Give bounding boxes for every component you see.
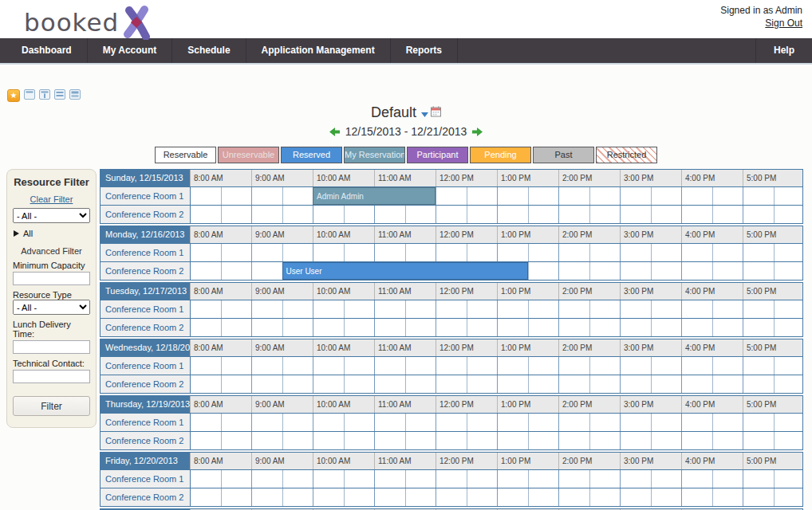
resource-group-select[interactable]: - All - [13, 208, 90, 223]
reservable-slot[interactable] [774, 262, 804, 280]
reservable-slot[interactable] [344, 414, 375, 431]
reservable-slot[interactable] [558, 470, 589, 488]
reservable-slot[interactable] [221, 262, 252, 280]
reservable-slot[interactable] [528, 244, 559, 261]
reservable-slot[interactable] [774, 300, 804, 318]
reservable-slot[interactable] [467, 414, 498, 431]
clear-filter-link[interactable]: Clear Filter [13, 194, 90, 204]
reservable-slot[interactable] [251, 300, 282, 318]
reservable-slot[interactable] [282, 375, 313, 393]
reservable-slot[interactable] [405, 488, 436, 506]
reservable-slot[interactable] [620, 375, 651, 393]
reservation-admin-admin[interactable]: Admin Admin [313, 187, 436, 205]
filter-button[interactable]: Filter [13, 396, 90, 416]
reservable-slot[interactable] [221, 414, 252, 431]
reservable-slot[interactable] [251, 375, 282, 393]
reservable-slot[interactable] [743, 488, 774, 506]
reservable-slot[interactable] [589, 300, 621, 318]
reservable-slot[interactable] [190, 262, 221, 280]
reservable-slot[interactable] [190, 375, 221, 393]
sign-out-link[interactable]: Sign Out [765, 18, 802, 29]
resource-link-conference-room-1[interactable]: Conference Room 1 [101, 414, 190, 431]
reservable-slot[interactable] [589, 206, 621, 223]
reservable-slot[interactable] [221, 375, 252, 393]
reservable-slot[interactable] [774, 414, 804, 431]
reservable-slot[interactable] [620, 244, 651, 261]
reservable-slot[interactable] [344, 488, 375, 506]
reservable-slot[interactable] [712, 432, 743, 449]
reservable-slot[interactable] [344, 206, 375, 223]
favorite-star-icon[interactable]: ★ [7, 89, 20, 102]
layout-standard-icon[interactable] [24, 88, 35, 103]
reservable-slot[interactable] [497, 300, 528, 318]
reservable-slot[interactable] [282, 357, 313, 375]
reservable-slot[interactable] [774, 488, 804, 506]
reservable-slot[interactable] [712, 187, 743, 205]
reservable-slot[interactable] [528, 187, 559, 205]
reservable-slot[interactable] [190, 206, 221, 223]
reservable-slot[interactable] [712, 488, 743, 506]
reservable-slot[interactable] [405, 206, 436, 223]
reservable-slot[interactable] [743, 357, 774, 375]
resource-link-conference-room-2[interactable]: Conference Room 2 [101, 432, 190, 449]
nav-item-application-management[interactable]: Application Management [246, 38, 391, 63]
reservable-slot[interactable] [712, 319, 743, 336]
reservable-slot[interactable] [712, 206, 743, 223]
reservable-slot[interactable] [528, 206, 559, 223]
reservable-slot[interactable] [558, 300, 589, 318]
next-week-arrow-icon[interactable] [472, 128, 483, 136]
reservable-slot[interactable] [681, 357, 712, 375]
reservable-slot[interactable] [467, 432, 498, 449]
nav-item-reports[interactable]: Reports [391, 38, 458, 63]
layout-vertical-icon[interactable] [39, 88, 50, 103]
reservable-slot[interactable] [374, 206, 405, 223]
reservable-slot[interactable] [743, 244, 774, 261]
reservable-slot[interactable] [774, 432, 804, 449]
reservable-slot[interactable] [190, 300, 221, 318]
reservable-slot[interactable] [589, 488, 621, 506]
resource-link-conference-room-1[interactable]: Conference Room 1 [101, 187, 190, 205]
reservable-slot[interactable] [681, 470, 712, 488]
reservable-slot[interactable] [313, 244, 344, 261]
app-logo[interactable]: booked [24, 2, 154, 43]
reservable-slot[interactable] [528, 300, 559, 318]
reservable-slot[interactable] [681, 262, 712, 280]
reservable-slot[interactable] [313, 432, 344, 449]
resource-link-conference-room-2[interactable]: Conference Room 2 [101, 206, 190, 223]
resource-link-conference-room-2[interactable]: Conference Room 2 [101, 262, 190, 280]
reservable-slot[interactable] [313, 470, 344, 488]
reservable-slot[interactable] [743, 319, 774, 336]
reservable-slot[interactable] [651, 357, 682, 375]
reservable-slot[interactable] [589, 432, 621, 449]
reservable-slot[interactable] [313, 300, 344, 318]
reservation-user-user[interactable]: User User [282, 262, 528, 280]
reservable-slot[interactable] [528, 319, 559, 336]
resource-link-conference-room-2[interactable]: Conference Room 2 [101, 375, 190, 393]
reservable-slot[interactable] [681, 432, 712, 449]
reservable-slot[interactable] [467, 206, 498, 223]
reservable-slot[interactable] [313, 357, 344, 375]
reservable-slot[interactable] [528, 414, 559, 431]
reservable-slot[interactable] [190, 187, 221, 205]
reservable-slot[interactable] [190, 244, 221, 261]
layout-horizontal-icon[interactable] [54, 88, 65, 103]
calendar-icon[interactable] [431, 104, 441, 120]
reservable-slot[interactable] [467, 470, 498, 488]
reservable-slot[interactable] [221, 206, 252, 223]
reservable-slot[interactable] [405, 470, 436, 488]
reservable-slot[interactable] [251, 432, 282, 449]
reservable-slot[interactable] [651, 262, 682, 280]
reservable-slot[interactable] [467, 244, 498, 261]
reservable-slot[interactable] [190, 470, 221, 488]
reservable-slot[interactable] [558, 244, 589, 261]
reservable-slot[interactable] [374, 357, 405, 375]
reservable-slot[interactable] [712, 357, 743, 375]
reservable-slot[interactable] [221, 300, 252, 318]
reservable-slot[interactable] [282, 300, 313, 318]
reservable-slot[interactable] [282, 244, 313, 261]
reservable-slot[interactable] [558, 432, 589, 449]
reservable-slot[interactable] [681, 375, 712, 393]
reservable-slot[interactable] [558, 206, 589, 223]
reservable-slot[interactable] [405, 319, 436, 336]
reservable-slot[interactable] [712, 414, 743, 431]
